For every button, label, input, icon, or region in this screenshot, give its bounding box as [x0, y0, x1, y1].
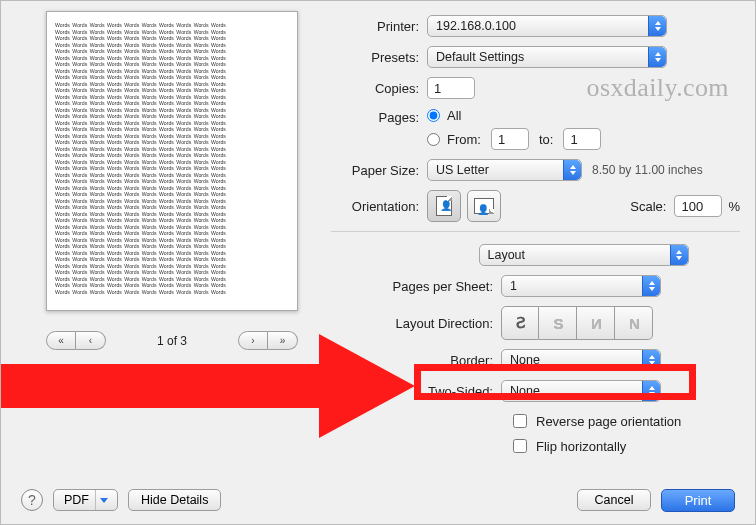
- border-select[interactable]: None: [501, 349, 661, 371]
- copies-input[interactable]: 1: [427, 77, 475, 99]
- layoutdir-group: Ƨ S И N: [501, 306, 653, 340]
- papersize-select[interactable]: US Letter: [427, 159, 582, 181]
- papersize-value: US Letter: [436, 163, 489, 177]
- layoutdir-2-button[interactable]: S: [539, 306, 577, 340]
- pages-to-field[interactable]: 1: [563, 128, 601, 150]
- dropdown-arrows-icon: [642, 381, 660, 401]
- scale-label: Scale:: [630, 199, 674, 214]
- presets-select[interactable]: Default Settings: [427, 46, 667, 68]
- copies-value: 1: [434, 81, 441, 96]
- pages-from-field[interactable]: 1: [491, 128, 529, 150]
- help-button[interactable]: ?: [21, 489, 43, 511]
- orientation-portrait-button[interactable]: 👤: [427, 190, 461, 222]
- dropdown-arrows-icon: [670, 245, 688, 265]
- preview-column: Words Words Words Words Words Words Word…: [46, 11, 326, 350]
- layoutdir-1-button[interactable]: Ƨ: [501, 306, 539, 340]
- flip-horizontally-checkbox[interactable]: Flip horizontally: [509, 436, 740, 456]
- cancel-button[interactable]: Cancel: [577, 489, 651, 511]
- dropdown-arrows-icon: [563, 160, 581, 180]
- presets-value: Default Settings: [436, 50, 524, 64]
- twosided-label: Two-Sided:: [331, 384, 501, 399]
- pages-from-value: 1: [498, 132, 505, 147]
- first-page-button[interactable]: «: [46, 331, 76, 350]
- next-page-button[interactable]: ›: [238, 331, 268, 350]
- scale-input[interactable]: 100: [674, 195, 722, 217]
- dropdown-arrows-icon: [648, 16, 666, 36]
- dropdown-arrow-icon: [95, 490, 111, 510]
- pages-from-label: From:: [447, 132, 481, 147]
- print-button[interactable]: Print: [661, 489, 735, 512]
- pps-value: 1: [510, 279, 517, 293]
- layoutdir-4-button[interactable]: N: [615, 306, 653, 340]
- settings-panel: Printer: 192.168.0.100 Presets: Default …: [331, 15, 740, 461]
- flip-horizontally-input[interactable]: [513, 439, 527, 453]
- orientation-label: Orientation:: [331, 199, 427, 214]
- reverse-orientation-label: Reverse page orientation: [536, 414, 681, 429]
- pages-all-label: All: [447, 108, 461, 123]
- pages-from-input[interactable]: [427, 133, 440, 146]
- printer-label: Printer:: [331, 19, 427, 34]
- presets-label: Presets:: [331, 50, 427, 65]
- pps-select[interactable]: 1: [501, 275, 661, 297]
- layoutdir-label: Layout Direction:: [331, 316, 501, 331]
- page-indicator: 1 of 3: [112, 334, 232, 348]
- printer-select[interactable]: 192.168.0.100: [427, 15, 667, 37]
- pdf-menu-button[interactable]: PDF: [53, 489, 118, 511]
- twosided-select[interactable]: None: [501, 380, 661, 402]
- pager-row: « ‹ 1 of 3 › »: [46, 331, 298, 350]
- prev-page-button[interactable]: ‹: [76, 331, 106, 350]
- pane-value: Layout: [488, 248, 526, 262]
- scale-percent: %: [728, 199, 740, 214]
- border-value: None: [510, 353, 540, 367]
- twosided-value: None: [510, 384, 540, 398]
- pages-to-value: 1: [570, 132, 577, 147]
- pps-label: Pages per Sheet:: [331, 279, 501, 294]
- pdf-label: PDF: [64, 493, 89, 507]
- preview-page: Words Words Words Words Words Words Word…: [46, 11, 298, 311]
- hide-details-button[interactable]: Hide Details: [128, 489, 221, 511]
- reverse-orientation-input[interactable]: [513, 414, 527, 428]
- pages-all-radio[interactable]: All: [427, 108, 601, 123]
- flip-horizontally-label: Flip horizontally: [536, 439, 626, 454]
- reverse-orientation-checkbox[interactable]: Reverse page orientation: [509, 411, 740, 431]
- pages-to-label: to:: [539, 132, 553, 147]
- separator: [331, 231, 740, 232]
- pages-label: Pages:: [331, 108, 427, 125]
- papersize-label: Paper Size:: [331, 163, 427, 178]
- layoutdir-3-button[interactable]: И: [577, 306, 615, 340]
- last-page-button[interactable]: »: [268, 331, 298, 350]
- copies-label: Copies:: [331, 81, 427, 96]
- dropdown-arrows-icon: [648, 47, 666, 67]
- orientation-landscape-button[interactable]: 👤: [467, 190, 501, 222]
- dropdown-arrows-icon: [642, 350, 660, 370]
- pages-all-input[interactable]: [427, 109, 440, 122]
- pane-select[interactable]: Layout: [479, 244, 689, 266]
- papersize-dimensions: 8.50 by 11.00 inches: [592, 163, 703, 177]
- printer-value: 192.168.0.100: [436, 19, 516, 33]
- border-label: Border:: [331, 353, 501, 368]
- bottom-bar: ? PDF Hide Details Cancel Print: [1, 476, 755, 524]
- scale-value: 100: [681, 199, 703, 214]
- dropdown-arrows-icon: [642, 276, 660, 296]
- print-dialog: Words Words Words Words Words Words Word…: [0, 0, 756, 525]
- pages-from-radio[interactable]: From:: [427, 132, 481, 147]
